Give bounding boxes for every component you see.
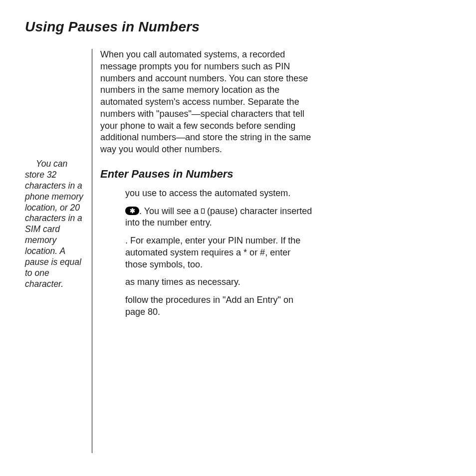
steps-list: you use to access the automated system. …: [100, 188, 315, 318]
step-2: ✱ . You will see a (pause) character ins…: [125, 206, 315, 230]
margin-note: You can store 32 characters in a phone m…: [25, 159, 87, 290]
step-5: follow the procedures in "Add an Entry" …: [125, 294, 315, 318]
step-1-text: you use to access the automated system.: [125, 188, 290, 198]
page-title: Using Pauses in Numbers: [25, 19, 454, 35]
asterisk-key-icon: ✱: [125, 207, 139, 215]
step-3-text: . For example, enter your PIN number. If…: [125, 236, 300, 269]
step-1: you use to access the automated system.: [125, 188, 315, 200]
section-subheading: Enter Pauses in Numbers: [100, 168, 315, 181]
step-4-text: as many times as necessary.: [125, 277, 240, 287]
asterisk-key-label: ✱: [130, 208, 135, 214]
content-column: When you call automated systems, a recor…: [92, 49, 315, 453]
pause-character-icon: [201, 209, 205, 214]
step-3: . For example, enter your PIN number. If…: [125, 235, 315, 270]
intro-paragraph: When you call automated systems, a recor…: [100, 49, 315, 156]
step-5-text: follow the procedures in "Add an Entry" …: [125, 295, 293, 317]
step-4: as many times as necessary.: [125, 276, 315, 288]
sidebar-column: You can store 32 characters in a phone m…: [25, 49, 92, 453]
two-column-layout: You can store 32 characters in a phone m…: [25, 49, 454, 453]
manual-page: Using Pauses in Numbers You can store 32…: [0, 0, 476, 476]
step-2-text-a: . You will see a: [139, 206, 201, 216]
